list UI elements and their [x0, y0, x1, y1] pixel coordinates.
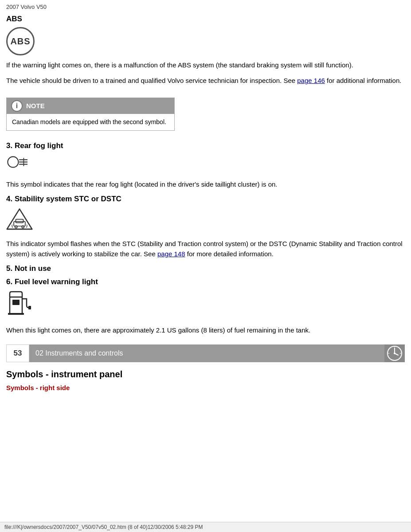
bottom-bar: 53 02 Instruments and controls — [6, 344, 405, 362]
note-text: Canadian models are equipped with the se… — [12, 118, 166, 125]
page-number: 53 — [6, 344, 29, 362]
abs-paragraph-1: If the warning light comes on, there is … — [6, 60, 405, 70]
page-wrapper: 2007 Volvo V50 ABS ABS If the warning li… — [0, 0, 411, 418]
svg-point-9 — [22, 226, 24, 228]
note-header: i NOTE — [7, 98, 174, 114]
fuel-paragraph: When this light comes on, there are appr… — [6, 325, 405, 335]
svg-rect-7 — [16, 219, 23, 223]
chapter-label: 02 Instruments and controls — [29, 344, 384, 362]
svg-point-8 — [15, 226, 17, 228]
gauge-icon — [384, 344, 405, 362]
svg-rect-12 — [28, 306, 31, 309]
page-148-link[interactable]: page 148 — [157, 250, 185, 258]
svg-rect-11 — [12, 300, 20, 305]
svg-point-0 — [8, 156, 18, 167]
symbols-panel-title: Symbols - instrument panel — [6, 369, 405, 379]
rear-fog-icon — [6, 153, 405, 175]
svg-point-15 — [394, 352, 395, 354]
not-in-use-heading: 5. Not in use — [6, 264, 405, 273]
abs-icon: ABS — [6, 27, 405, 55]
info-icon: i — [11, 100, 23, 112]
page-146-link[interactable]: page 146 — [297, 77, 325, 84]
abs-paragraph-2: The vehicle should be driven to a traine… — [6, 75, 405, 86]
note-body: Canadian models are equipped with the se… — [7, 114, 174, 130]
note-label: NOTE — [26, 102, 45, 110]
fog-paragraph: This symbol indicates that the rear fog … — [6, 179, 405, 189]
abs-circle-icon: ABS — [6, 27, 35, 55]
footer-bar: file:///K|/ownersdocs/2007/2007_V50/07v5… — [0, 522, 411, 532]
fuel-pump-icon — [6, 289, 405, 321]
abs-heading: ABS — [6, 15, 405, 23]
symbols-right-side-link[interactable]: Symbols - right side — [6, 384, 70, 391]
svg-rect-10 — [10, 297, 22, 314]
svg-rect-13 — [8, 313, 24, 315]
rear-fog-heading: 3. Rear fog light — [6, 141, 405, 150]
stability-icon — [6, 206, 405, 234]
stability-heading: 4. Stability system STC or DSTC — [6, 195, 405, 203]
browser-title: 2007 Volvo V50 — [6, 4, 405, 10]
stability-paragraph: This indicator symbol flashes when the S… — [6, 239, 405, 259]
fuel-heading: 6. Fuel level warning light — [6, 278, 405, 286]
footer-text: file:///K|/ownersdocs/2007/2007_V50/07v5… — [4, 524, 203, 530]
note-box: i NOTE Canadian models are equipped with… — [6, 98, 175, 131]
